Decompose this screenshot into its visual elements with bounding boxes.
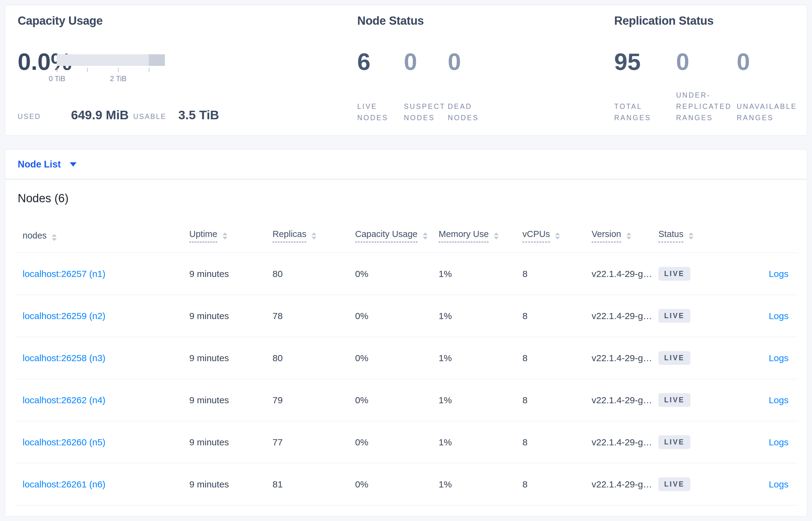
capacity-bar-chart: 0 TiB 2 TiB — [57, 54, 165, 66]
logs-link[interactable]: Logs — [769, 269, 789, 279]
capacity-usage-cell: 0% — [355, 353, 438, 363]
capacity-usable-value: 3.5 TiB — [178, 108, 219, 122]
suspect-nodes-stat: 0 SUSPECT NODES — [404, 50, 448, 123]
node-list-dropdown[interactable]: Node List — [18, 159, 61, 170]
column-header-nodes[interactable]: nodes — [23, 231, 189, 241]
vcpus-cell: 8 — [522, 353, 592, 363]
replicas-cell: 78 — [272, 311, 355, 321]
uptime-cell: 9 minutes — [189, 269, 272, 279]
uptime-cell: 9 minutes — [189, 437, 272, 448]
replicas-cell: 79 — [272, 395, 355, 405]
version-cell: v22.1.4-29-g… — [592, 395, 659, 405]
node-list-dropdown-bar: Node List — [5, 150, 807, 179]
replicas-cell: 80 — [272, 353, 355, 363]
node-link[interactable]: localhost:26259 (n2) — [23, 311, 105, 321]
replication-status-title: Replication Status — [614, 14, 714, 27]
column-header-replicas[interactable]: Replicas — [272, 229, 355, 243]
status-badge: LIVE — [659, 435, 690, 449]
under-replicated-ranges-value: 0 — [676, 50, 737, 73]
live-nodes-stat: 6 LIVE NODES — [357, 50, 404, 123]
uptime-cell: 9 minutes — [189, 353, 272, 363]
capacity-usage-cell: 0% — [355, 479, 438, 490]
unavailable-ranges-stat: 0 UNAVAILABLE RANGES — [737, 50, 802, 123]
capacity-usage-cell: 0% — [355, 437, 438, 448]
sort-icon[interactable] — [689, 232, 693, 240]
sort-icon[interactable] — [311, 232, 316, 240]
table-row: localhost:26259 (n2) 9 minutes 78 0% 1% … — [16, 295, 798, 337]
replicas-cell: 81 — [272, 479, 355, 490]
version-cell: v22.1.4-29-g… — [592, 437, 659, 448]
live-nodes-value: 6 — [357, 50, 404, 73]
sort-icon[interactable] — [555, 232, 560, 240]
dead-nodes-value: 0 — [448, 50, 503, 73]
vcpus-cell: 8 — [522, 311, 592, 321]
capacity-tick-label: 2 TiB — [110, 74, 127, 83]
table-row: localhost:26260 (n5) 9 minutes 77 0% 1% … — [16, 421, 798, 463]
vcpus-cell: 8 — [522, 269, 592, 279]
node-link[interactable]: localhost:26262 (n4) — [23, 395, 105, 405]
total-ranges-value: 95 — [614, 50, 676, 73]
capacity-tick — [149, 68, 149, 72]
dead-nodes-label: DEAD NODES — [448, 101, 503, 123]
table-row: localhost:26261 (n6) 9 minutes 81 0% 1% … — [16, 463, 798, 505]
column-header-version[interactable]: Version — [592, 229, 659, 243]
logs-link[interactable]: Logs — [769, 395, 789, 405]
table-row: localhost:26258 (n3) 9 minutes 80 0% 1% … — [16, 337, 798, 379]
status-badge: LIVE — [659, 477, 690, 491]
node-link[interactable]: localhost:26258 (n3) — [23, 353, 105, 363]
node-status-title: Node Status — [357, 14, 424, 27]
memory-use-cell: 1% — [438, 269, 522, 279]
replicas-cell: 80 — [272, 269, 355, 279]
version-cell: v22.1.4-29-g… — [592, 353, 659, 363]
suspect-nodes-value: 0 — [404, 50, 448, 73]
nodes-table: nodes Uptime Replicas Capacity Usage Mem… — [16, 219, 798, 505]
capacity-bar-dark-segment — [149, 54, 165, 66]
capacity-usage-cell: 0% — [355, 269, 438, 279]
sort-icon[interactable] — [222, 232, 228, 240]
memory-use-cell: 1% — [438, 311, 522, 321]
memory-use-cell: 1% — [438, 437, 522, 448]
status-badge: LIVE — [659, 309, 690, 323]
capacity-usage-title: Capacity Usage — [18, 14, 103, 27]
replicas-cell: 77 — [272, 437, 355, 448]
memory-use-cell: 1% — [438, 479, 522, 490]
unavailable-ranges-label: UNAVAILABLE RANGES — [737, 101, 802, 123]
logs-link[interactable]: Logs — [769, 437, 789, 447]
column-header-memory-use[interactable]: Memory Use — [438, 229, 522, 243]
suspect-nodes-label: SUSPECT NODES — [404, 101, 448, 123]
dead-nodes-stat: 0 DEAD NODES — [448, 50, 503, 123]
node-link[interactable]: localhost:26260 (n5) — [23, 437, 105, 447]
version-cell: v22.1.4-29-g… — [592, 269, 659, 279]
version-cell: v22.1.4-29-g… — [592, 311, 659, 321]
chevron-down-icon[interactable] — [70, 162, 76, 166]
uptime-cell: 9 minutes — [189, 479, 272, 490]
logs-link[interactable]: Logs — [769, 479, 789, 489]
vcpus-cell: 8 — [522, 395, 592, 405]
capacity-tick — [118, 68, 119, 72]
version-cell: v22.1.4-29-g… — [592, 479, 659, 490]
under-replicated-ranges-label: UNDER- REPLICATED RANGES — [676, 90, 737, 123]
sort-icon[interactable] — [626, 232, 631, 240]
table-row: localhost:26262 (n4) 9 minutes 79 0% 1% … — [16, 379, 798, 421]
logs-link[interactable]: Logs — [769, 311, 789, 321]
table-row: localhost:26257 (n1) 9 minutes 80 0% 1% … — [16, 253, 798, 295]
uptime-cell: 9 minutes — [189, 395, 272, 405]
column-header-capacity-usage[interactable]: Capacity Usage — [355, 229, 438, 243]
total-ranges-stat: 95 TOTAL RANGES — [614, 50, 676, 123]
column-header-uptime[interactable]: Uptime — [189, 229, 272, 243]
capacity-tick-label: 0 TiB — [49, 74, 66, 83]
uptime-cell: 9 minutes — [189, 311, 272, 321]
capacity-tick — [57, 68, 57, 72]
capacity-tick — [87, 68, 88, 72]
logs-link[interactable]: Logs — [769, 353, 789, 363]
memory-use-cell: 1% — [438, 395, 522, 405]
column-header-vcpus[interactable]: vCPUs — [522, 229, 592, 243]
node-link[interactable]: localhost:26257 (n1) — [23, 269, 105, 279]
sort-icon[interactable] — [52, 234, 57, 241]
column-header-status[interactable]: Status — [659, 229, 732, 243]
capacity-usage-cell: 0% — [355, 395, 438, 405]
node-link[interactable]: localhost:26261 (n6) — [23, 479, 105, 489]
sort-icon[interactable] — [494, 232, 499, 240]
sort-icon[interactable] — [423, 232, 428, 240]
table-header-row: nodes Uptime Replicas Capacity Usage Mem… — [16, 219, 798, 253]
